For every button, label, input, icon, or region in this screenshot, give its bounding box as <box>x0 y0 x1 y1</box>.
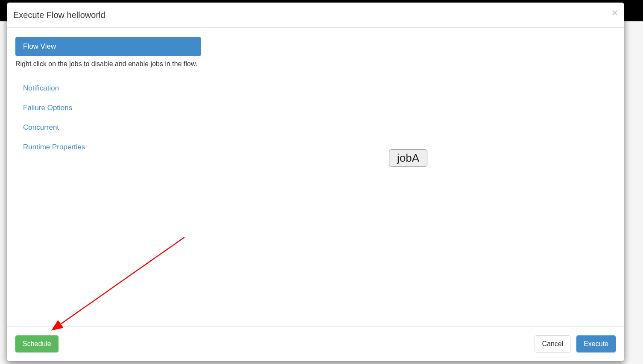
modal-header: Execute Flow helloworld × <box>7 3 624 28</box>
execute-flow-modal: Execute Flow helloworld × Flow View Righ… <box>7 3 624 361</box>
job-node-jobA[interactable]: jobA <box>389 149 427 167</box>
flow-view-hint: Right click on the jobs to disable and e… <box>15 58 201 70</box>
options-side-panel: Flow View Right click on the jobs to dis… <box>7 28 210 326</box>
tab-runtime-properties[interactable]: Runtime Properties <box>15 138 201 157</box>
cancel-button[interactable]: Cancel <box>535 335 570 352</box>
footer-right-buttons: Cancel Execute <box>530 335 616 352</box>
tab-concurrent[interactable]: Concurrent <box>15 118 201 137</box>
options-nav: Flow View Right click on the jobs to dis… <box>15 37 201 157</box>
execute-button[interactable]: Execute <box>576 335 616 352</box>
tab-flow-view[interactable]: Flow View <box>15 37 201 56</box>
schedule-button[interactable]: Schedule <box>15 335 58 352</box>
modal-body: Flow View Right click on the jobs to dis… <box>7 28 624 326</box>
tab-notification[interactable]: Notification <box>15 79 201 98</box>
flow-graph-canvas[interactable]: jobA <box>210 28 624 326</box>
close-icon[interactable]: × <box>612 8 618 18</box>
tab-failure-options[interactable]: Failure Options <box>15 99 201 117</box>
modal-footer: Schedule Cancel Execute <box>7 326 624 361</box>
modal-title: Execute Flow helloworld <box>13 9 618 21</box>
